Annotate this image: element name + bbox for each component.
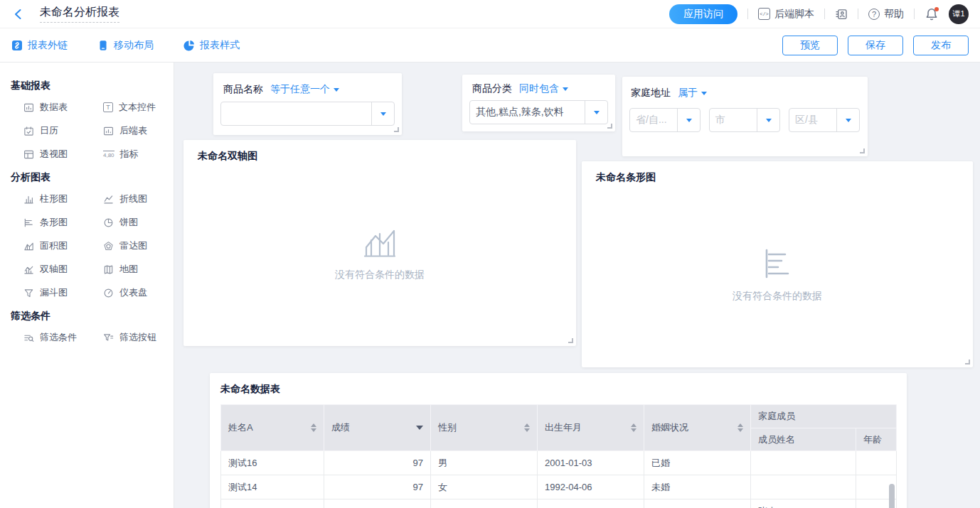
sidebar-item-radar-chart[interactable]: 雷达图: [90, 238, 170, 254]
operator-dropdown[interactable]: 属于: [678, 87, 707, 99]
select-arrow[interactable]: [585, 101, 607, 124]
pivot-icon: [23, 149, 34, 160]
filter-widget-product-category[interactable]: 商品分类 同时包含 其他,糕点,辣条,饮料: [462, 75, 615, 131]
filter-search-icon: [23, 333, 34, 343]
cell-gender: 女: [431, 475, 538, 499]
sidebar-item-column-chart[interactable]: 柱形图: [11, 191, 90, 207]
app-access-button[interactable]: 应用访问: [669, 4, 737, 24]
report-external-link-button[interactable]: 报表外链: [11, 39, 68, 52]
select-arrow[interactable]: [836, 109, 859, 131]
filter-widget-product-name[interactable]: 商品名称 等于任意一个: [213, 73, 402, 135]
dual-axis-chart-widget[interactable]: 未命名双轴图 没有符合条件的数据: [183, 140, 576, 346]
sort-icon[interactable]: [631, 423, 637, 432]
dual-axis-chart-icon: [23, 264, 34, 275]
sidebar-item-filter-condition[interactable]: 筛选条件: [11, 330, 90, 345]
sidebar-item-label: 柱形图: [40, 193, 68, 205]
province-select[interactable]: 省/自...: [629, 108, 701, 132]
publish-button[interactable]: 发布: [913, 36, 969, 55]
sort-icon[interactable]: [524, 423, 530, 432]
sidebar-item-funnel-chart[interactable]: 漏斗图: [11, 285, 90, 301]
notifications-button[interactable]: [925, 7, 939, 21]
resize-handle[interactable]: [394, 127, 399, 132]
city-select[interactable]: 市: [709, 108, 780, 132]
dual-axis-empty-icon: [362, 226, 398, 259]
column-header-marital[interactable]: 婚姻状况: [644, 405, 751, 451]
sort-icon[interactable]: [311, 423, 316, 432]
data-table-widget[interactable]: 未命名数据表 姓名A 成绩: [210, 373, 907, 508]
column-header-gender[interactable]: 性别: [431, 405, 538, 451]
sidebar-item-label: 饼图: [119, 216, 138, 229]
column-header-name[interactable]: 姓名A: [221, 405, 324, 451]
column-header-age[interactable]: 年龄: [856, 428, 897, 451]
cell-member-name: [751, 451, 856, 475]
help-button[interactable]: ? 帮助: [868, 8, 904, 21]
resize-handle[interactable]: [965, 360, 970, 364]
column-header-birth[interactable]: 出生年月: [538, 405, 644, 451]
empty-state: 没有符合条件的数据: [183, 161, 576, 346]
sidebar-item-map[interactable]: 地图: [90, 261, 170, 277]
section-title-basic-reports: 基础报表: [11, 80, 174, 92]
sidebar-item-text-control[interactable]: T 文本控件: [90, 99, 170, 115]
sidebar-item-gauge[interactable]: 仪表盘: [90, 285, 170, 301]
data-table: 姓名A 成绩 性别: [210, 404, 907, 508]
mobile-layout-button[interactable]: 移动布局: [97, 39, 154, 52]
preview-button[interactable]: 预览: [782, 36, 838, 55]
cell-member-name: 张大: [751, 499, 856, 508]
select-arrow[interactable]: [371, 102, 394, 125]
filter-widget-home-address[interactable]: 家庭地址 属于 省/自... 市 区/县: [622, 77, 868, 156]
sidebar-item-line-chart[interactable]: 折线图: [90, 191, 170, 207]
resize-handle[interactable]: [568, 338, 573, 343]
select-arrow[interactable]: [677, 109, 700, 131]
bar-empty-icon: [760, 247, 795, 280]
sidebar-item-filter-button[interactable]: 筛选按钮: [90, 330, 170, 345]
widget-title: 未命名双轴图: [183, 140, 576, 163]
product-name-select[interactable]: [220, 102, 395, 126]
sidebar-item-backend-table[interactable]: 后端表: [90, 123, 170, 139]
sidebar-item-metric[interactable]: 4,80 指标: [90, 146, 170, 162]
members-button[interactable]: [835, 8, 848, 21]
pie-chart-icon: [103, 217, 114, 228]
operator-dropdown[interactable]: 等于任意一个: [270, 83, 339, 96]
sidebar-item-dual-axis-chart[interactable]: 双轴图: [11, 261, 90, 277]
question-icon: ?: [868, 9, 880, 20]
operator-dropdown[interactable]: 同时包含: [519, 82, 568, 95]
backend-script-button[interactable]: </> 后端脚本: [758, 8, 814, 21]
page-title[interactable]: 未命名分析报表: [40, 5, 119, 23]
sort-icon[interactable]: [737, 423, 743, 432]
sidebar-item-label: 文本控件: [119, 101, 156, 114]
select-arrow[interactable]: [757, 109, 779, 131]
report-style-button[interactable]: 报表样式: [183, 39, 240, 52]
backend-script-label: 后端脚本: [774, 8, 814, 21]
column-label: 成绩: [331, 421, 350, 434]
back-button[interactable]: [10, 6, 27, 23]
avatar[interactable]: 谭1: [949, 4, 969, 24]
table-scrollbar[interactable]: [889, 484, 895, 508]
sort-desc-icon[interactable]: [416, 426, 423, 430]
sidebar-item-pivot-view[interactable]: 透视图: [11, 146, 90, 162]
column-header-member-name[interactable]: 成员姓名: [751, 428, 856, 451]
operator-label: 属于: [678, 87, 698, 99]
sidebar-item-area-chart[interactable]: 面积图: [11, 238, 90, 254]
calendar-icon: [23, 126, 34, 136]
product-category-select[interactable]: 其他,糕点,辣条,饮料: [469, 100, 608, 124]
sidebar-item-bar-chart[interactable]: 条形图: [11, 215, 90, 230]
operator-label: 等于任意一个: [270, 83, 330, 96]
sidebar-item-data-table[interactable]: 数据表: [11, 99, 90, 115]
resize-handle[interactable]: [607, 124, 612, 129]
divider: [824, 9, 825, 19]
sidebar-item-calendar[interactable]: 日历: [11, 123, 90, 139]
report-canvas[interactable]: 商品名称 等于任意一个 商品分类 同时包含: [174, 63, 980, 508]
empty-state-text: 没有符合条件的数据: [733, 290, 822, 303]
save-button[interactable]: 保存: [848, 36, 903, 55]
bar-chart-widget[interactable]: 未命名条形图 没有符合条件的数据: [582, 161, 973, 367]
help-label: 帮助: [884, 8, 904, 21]
resize-handle[interactable]: [860, 148, 865, 153]
district-select[interactable]: 区/县: [789, 108, 860, 132]
table-row: 测试14 97 女 1992-04-06 未婚: [221, 475, 897, 499]
sidebar-item-pie-chart[interactable]: 饼图: [90, 215, 170, 230]
chevron-down-icon: [594, 111, 600, 114]
operator-label: 同时包含: [519, 82, 559, 95]
map-icon: [103, 264, 114, 275]
sidebar-item-label: 筛选按钮: [119, 331, 156, 344]
column-header-score[interactable]: 成绩: [324, 405, 431, 451]
